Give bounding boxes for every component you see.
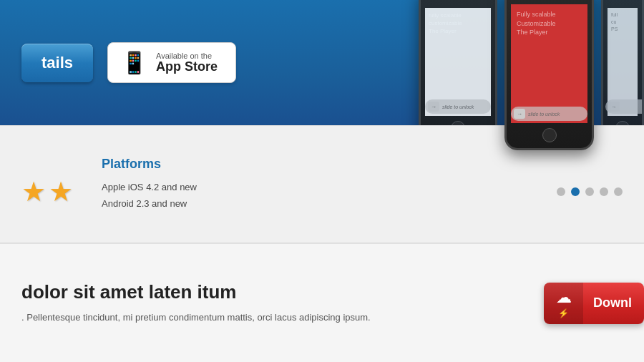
screen-text-main: Fully scalableCustomizableThe Player bbox=[511, 4, 587, 43]
bottom-title: dolor sit amet laten itum bbox=[21, 281, 623, 303]
slide-unlock-left: → slide to unlock bbox=[425, 99, 491, 114]
phone-screen-main: Fully scalableCustomizableThe Player bbox=[511, 4, 587, 123]
carousel-dot-4[interactable] bbox=[600, 187, 608, 196]
carousel-dot-1[interactable] bbox=[557, 187, 565, 196]
available-text: Available on the bbox=[156, 52, 218, 60]
phone-mockup-left: fully scalablecustomizableThe Player → s… bbox=[419, 0, 497, 143]
slide-arrow-right: → bbox=[608, 102, 620, 112]
slide-arrow-main: → bbox=[514, 109, 525, 119]
carousel-dots bbox=[557, 187, 623, 196]
app-store-badge[interactable]: 📱 Available on the App Store bbox=[107, 42, 236, 83]
star-1: ★ bbox=[21, 176, 46, 207]
platforms-info: Platforms Apple iOS 4.2 and new Android … bbox=[102, 157, 514, 212]
screen-text-left: fully scalablecustomizableThe Player bbox=[425, 8, 491, 39]
bottom-description: . Pellentesque tincidunt, mi pretium con… bbox=[21, 310, 623, 325]
phone-mockup-main: Fully scalableCustomizableThe Player → s… bbox=[504, 0, 594, 150]
slide-unlock-main: → slide to unlock bbox=[511, 107, 587, 121]
phone-icon: 📱 bbox=[121, 50, 147, 75]
details-label: tails bbox=[42, 54, 73, 72]
download-label: Downl bbox=[583, 295, 642, 310]
download-icon-area: ☁ ⚡ bbox=[544, 283, 583, 324]
store-name: App Store bbox=[156, 60, 218, 74]
phone-mockup-right: fullcuPS → bbox=[601, 0, 644, 143]
star-2: ★ bbox=[49, 176, 73, 207]
bottom-section: dolor sit amet laten itum . Pellentesque… bbox=[0, 243, 644, 362]
stars-container: ★ ★ bbox=[21, 176, 73, 207]
slide-arrow-left: → bbox=[428, 102, 439, 112]
slide-text-main: slide to unlock bbox=[528, 112, 560, 117]
platform-android: Android 2.3 and new bbox=[102, 195, 514, 212]
badge-text: Available on the App Store bbox=[156, 52, 218, 74]
carousel-dot-2[interactable] bbox=[571, 187, 580, 196]
platform-ios: Apple iOS 4.2 and new bbox=[102, 179, 514, 195]
lightning-icon: ⚡ bbox=[558, 308, 569, 318]
cloud-icon: ☁ bbox=[556, 288, 572, 307]
carousel-dot-5[interactable] bbox=[614, 187, 623, 196]
details-button[interactable]: tails bbox=[21, 44, 93, 82]
phone-home-button-main bbox=[542, 128, 557, 142]
platforms-title: Platforms bbox=[102, 157, 514, 172]
slide-text-left: slide to unlock bbox=[442, 104, 474, 109]
screen-text-right: fullcuPS bbox=[608, 8, 638, 36]
slide-unlock-right: → bbox=[605, 99, 642, 114]
carousel-dot-3[interactable] bbox=[585, 187, 594, 196]
bottom-content: dolor sit amet laten itum . Pellentesque… bbox=[21, 281, 623, 325]
download-button[interactable]: ☁ ⚡ Downl bbox=[544, 283, 644, 324]
top-section: tails 📱 Available on the App Store fully… bbox=[0, 0, 644, 125]
